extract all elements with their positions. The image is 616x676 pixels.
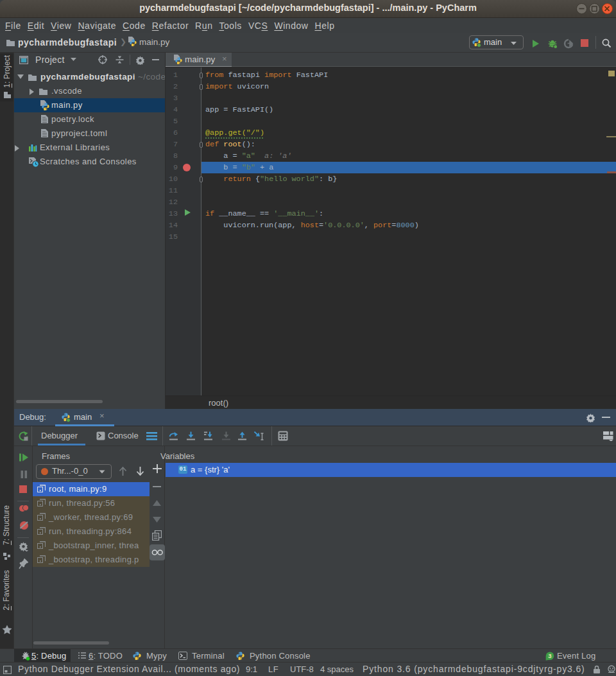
svg-text:3: 3	[548, 652, 551, 659]
